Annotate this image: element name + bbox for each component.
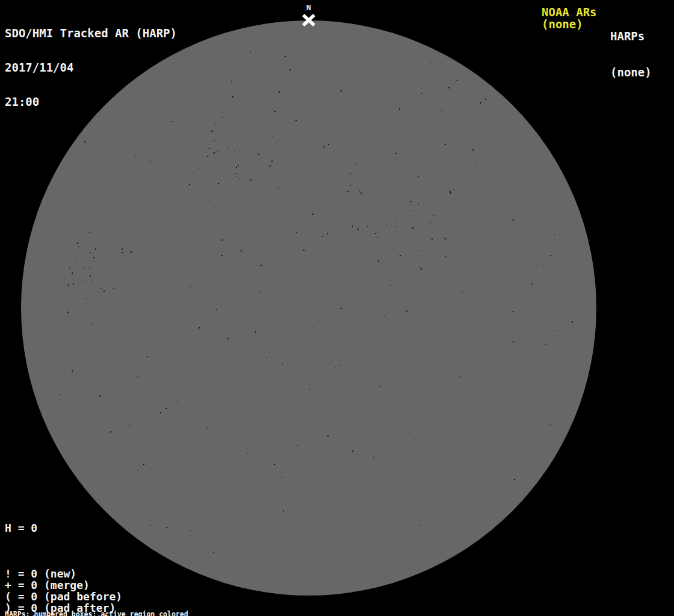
sunspot-speck (104, 291, 105, 292)
sunspot-speck (418, 176, 419, 177)
sunspot-speck (236, 176, 237, 177)
sunspot-speck (129, 425, 130, 426)
sunspot-speck (233, 174, 233, 174)
sunspot-speck (341, 308, 342, 309)
sunspot-speck (297, 428, 297, 429)
sunspot-speck (415, 567, 415, 567)
sunspot-speck (347, 271, 347, 271)
sunspot-speck (274, 464, 275, 465)
sunspot-speck (390, 285, 391, 286)
sunspot-speck (78, 246, 79, 247)
sunspot-speck (472, 149, 474, 150)
sunspot-speck (533, 245, 533, 246)
sunspot-speck (411, 227, 412, 228)
sunspot-speck (406, 310, 407, 312)
legend-item: + = 0 (merge) (5, 579, 129, 591)
sunspot-speck (438, 189, 439, 189)
sunspot-speck (433, 215, 434, 216)
sunspot-speck (303, 250, 305, 251)
sunspot-speck (373, 457, 374, 458)
sunspot-speck (206, 399, 206, 399)
sunspot-speck (356, 188, 357, 188)
sunspot-speck (335, 368, 336, 368)
sunspot-speck (394, 195, 395, 196)
sunspot-speck (240, 179, 240, 180)
sunspot-speck (120, 295, 121, 295)
sunspot-speck (307, 479, 308, 480)
sunspot-speck (352, 226, 353, 227)
sunspot-speck (441, 110, 442, 111)
sunspot-speck (247, 453, 248, 454)
sunspot-speck (99, 395, 100, 396)
sunspot-speck (199, 327, 200, 328)
sunspot-speck (72, 273, 73, 274)
sunspot-speck (360, 313, 360, 314)
sunspot-speck (90, 276, 91, 277)
sunspot-speck (104, 256, 105, 256)
sunspot-speck (442, 244, 442, 245)
sunspot-speck (486, 257, 486, 258)
sunspot-speck (526, 150, 527, 150)
sunspot-speck (399, 108, 400, 109)
sunspot-speck (100, 301, 101, 302)
harps-label: HARPs (610, 30, 652, 42)
sunspot-speck (209, 260, 210, 260)
sunspot-speck (282, 121, 283, 122)
sunspot-speck (283, 186, 283, 187)
sunspot-speck (110, 286, 110, 287)
sunspot-speck (86, 298, 87, 299)
sunspot-speck (76, 386, 76, 387)
sunspot-speck (69, 359, 69, 360)
sunspot-speck (235, 173, 236, 174)
sunspot-speck (129, 164, 129, 164)
sunspot-speck (424, 251, 424, 252)
sunspot-speck (119, 484, 119, 484)
sunspot-speck (277, 121, 278, 122)
sunspot-speck (138, 292, 139, 292)
sunspot-speck (444, 238, 445, 238)
sunspot-speck (545, 344, 546, 345)
sunspot-speck (378, 260, 379, 262)
sunspot-speck (419, 250, 420, 251)
sunspot-speck (322, 236, 323, 237)
sunspot-speck (285, 56, 286, 57)
sunspot-speck (205, 174, 205, 174)
sunspot-speck (386, 224, 387, 225)
sunspot-speck (397, 288, 397, 288)
sunspot-speck (309, 389, 310, 390)
sunspot-speck (230, 233, 230, 234)
sunspot-speck (190, 530, 191, 531)
sunspot-speck (513, 311, 514, 312)
sunspot-speck (492, 127, 492, 128)
sunspot-speck (439, 337, 439, 338)
sunspot-speck (560, 325, 560, 325)
sunspot-speck (205, 274, 206, 274)
harp-visualization: SDO/HMI Tracked AR (HARP) 2017/11/04 21:… (0, 0, 674, 616)
sunspot-speck (379, 386, 380, 387)
sunspot-speck (240, 241, 241, 241)
sunspot-speck (514, 479, 515, 480)
sunspot-speck (535, 236, 536, 236)
sunspot-speck (238, 165, 239, 166)
sunspot-speck (374, 223, 374, 224)
sunspot-speck (209, 148, 210, 149)
sunspot-speck (160, 412, 161, 413)
sunspot-speck (55, 242, 55, 243)
sunspot-speck (250, 51, 251, 52)
sunspot-speck (550, 255, 551, 256)
sunspot-speck (105, 276, 105, 276)
sunspot-speck (297, 445, 298, 446)
sunspot-speck (543, 266, 544, 267)
sunspot-speck (68, 285, 69, 286)
sunspot-speck (274, 111, 276, 112)
sunspot-speck (412, 227, 413, 229)
sunspot-speck (214, 140, 215, 141)
sunspot-speck (215, 207, 216, 208)
sunspot-speck (246, 403, 246, 404)
sunspot-speck (475, 163, 476, 164)
sunspot-speck (419, 525, 420, 526)
sunspot-speck (232, 96, 233, 97)
sunspot-speck (223, 60, 224, 60)
sunspot-speck (306, 271, 307, 271)
sunspot-speck (143, 464, 144, 465)
